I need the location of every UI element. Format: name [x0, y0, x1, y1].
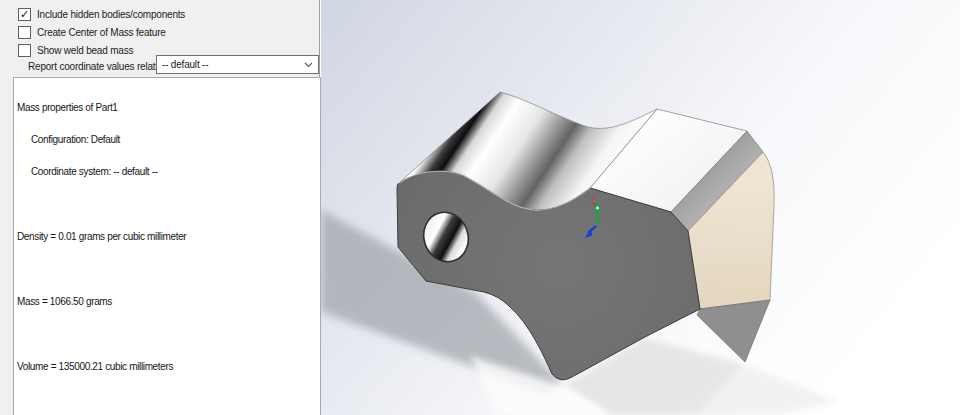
- mass-properties-report[interactable]: Mass properties of Part1 Configuration: …: [13, 77, 321, 415]
- checkbox-check-icon[interactable]: [18, 26, 31, 39]
- report-title: Mass properties of Part1: [17, 103, 320, 114]
- checkbox-label: Create Center of Mass feature: [37, 27, 166, 38]
- relative-to-dropdown[interactable]: -- default --: [156, 55, 319, 74]
- mass-properties-dialog: Include hidden bodies/components Create …: [0, 0, 320, 415]
- checkbox-label: Include hidden bodies/components: [37, 9, 185, 20]
- 3d-viewport[interactable]: Y: [321, 0, 960, 415]
- chevron-down-icon: [304, 62, 313, 68]
- checkbox-label: Show weld bead mass: [37, 45, 133, 56]
- report-configuration: Configuration: Default: [17, 135, 320, 146]
- checkbox-check-icon[interactable]: [18, 8, 31, 21]
- volume-value: Volume = 135000.21 cubic millimeters: [17, 362, 320, 373]
- relative-to-value: -- default --: [162, 59, 208, 70]
- report-coordinate-system: Coordinate system: -- default --: [17, 167, 320, 178]
- axis-y-label: Y: [592, 194, 597, 201]
- mass-value: Mass = 1066.50 grams: [17, 297, 320, 308]
- checkbox-check-icon[interactable]: [18, 44, 31, 57]
- checkbox-row-include-hidden[interactable]: Include hidden bodies/components: [18, 8, 185, 21]
- density-value: Density = 0.01 grams per cubic millimete…: [17, 232, 320, 243]
- checkbox-row-weld-bead[interactable]: Show weld bead mass: [18, 44, 133, 57]
- checkbox-row-create-com[interactable]: Create Center of Mass feature: [18, 26, 166, 39]
